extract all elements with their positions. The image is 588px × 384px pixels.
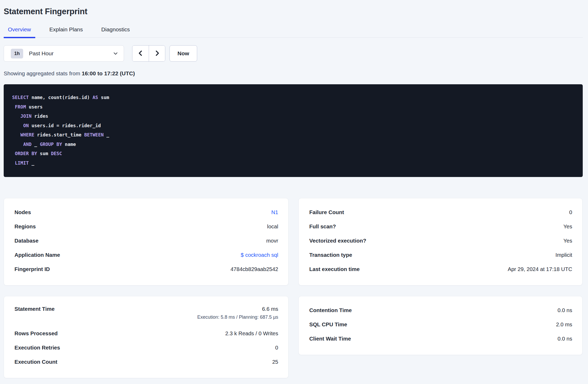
chevron-left-icon xyxy=(137,50,144,57)
next-range-button[interactable] xyxy=(149,46,165,61)
row-label: Execution Retries xyxy=(14,344,60,351)
tab-bar: Overview Explain Plans Diagnostics xyxy=(4,26,583,38)
row-label: Statement Time xyxy=(14,306,54,312)
tab-overview[interactable]: Overview xyxy=(4,26,35,38)
row-value: 6.6 ms xyxy=(197,306,278,312)
row-database: Database movr xyxy=(14,234,278,248)
application-name-link[interactable]: $ cockroach sql xyxy=(241,252,278,258)
row-value: 2.3 k Reads / 0 Writes xyxy=(225,330,278,337)
row-nodes: Nodes N1 xyxy=(14,205,278,219)
tab-explain-plans[interactable]: Explain Plans xyxy=(45,26,87,38)
row-rows-processed: Rows Processed 2.3 k Reads / 0 Writes xyxy=(14,326,278,341)
row-regions: Regions local xyxy=(14,219,278,234)
sql-line: SELECT name, count(rides.id) AS sum xyxy=(12,93,575,102)
row-value: local xyxy=(267,223,278,230)
row-label: Regions xyxy=(14,223,36,230)
row-vectorized-execution: Vectorized execution? Yes xyxy=(309,234,572,248)
row-subvalue: Execution: 5.8 ms / Planning: 687.5 µs xyxy=(197,314,278,320)
sql-line: JOIN rides xyxy=(12,112,575,121)
aggregated-stats-range: 16:00 to 17:22 (UTC) xyxy=(82,70,135,76)
sql-line: AND _ GROUP BY name xyxy=(12,140,575,149)
row-label: Fingerprint ID xyxy=(14,266,50,272)
time-controls: 1h Past Hour Now xyxy=(4,45,583,62)
row-sql-cpu-time: SQL CPU Time 2.0 ms xyxy=(309,317,572,332)
summary-cards: Nodes N1 Regions local Database movr App… xyxy=(4,198,583,378)
statement-times-card: Statement Time 6.6 ms Execution: 5.8 ms … xyxy=(4,296,288,378)
row-value: 25 xyxy=(272,359,278,365)
aggregated-stats-text: Showing aggregated stats from 16:00 to 1… xyxy=(4,70,583,77)
sql-line: WHERE rides.start_time BETWEEN _ xyxy=(12,130,575,140)
sql-line: ON users.id = rides.rider_id xyxy=(12,121,575,131)
row-value: 0.0 ns xyxy=(557,307,572,313)
chevron-down-icon xyxy=(113,51,118,56)
tab-diagnostics[interactable]: Diagnostics xyxy=(97,26,134,38)
sql-statement: SELECT name, count(rides.id) AS sum FROM… xyxy=(12,93,575,168)
now-button[interactable]: Now xyxy=(170,45,197,62)
sql-line: LIMIT _ xyxy=(12,159,575,168)
row-full-scan: Full scan? Yes xyxy=(309,219,572,234)
row-value: 0 xyxy=(275,344,278,351)
time-range-badge: 1h xyxy=(11,49,23,58)
row-client-wait-time: Client Wait Time 0.0 ns xyxy=(309,332,572,346)
row-failure-count: Failure Count 0 xyxy=(309,205,572,219)
time-range-label: Past Hour xyxy=(29,50,53,57)
statement-fingerprint-page: Statement Fingerprint Overview Explain P… xyxy=(0,0,588,378)
nodes-link[interactable]: N1 xyxy=(271,209,278,215)
sql-line: FROM users xyxy=(12,102,575,112)
row-value: Apr 29, 2024 at 17:18 UTC xyxy=(508,266,572,272)
row-value: Yes xyxy=(564,238,572,244)
row-label: Last execution time xyxy=(309,266,360,272)
row-value: Implicit xyxy=(555,252,572,258)
row-transaction-type: Transaction type Implicit xyxy=(309,248,572,262)
row-statement-time: Statement Time 6.6 ms Execution: 5.8 ms … xyxy=(14,303,278,326)
time-range-select[interactable]: 1h Past Hour xyxy=(4,45,124,62)
sql-statement-box: SELECT name, count(rides.id) AS sum FROM… xyxy=(4,84,583,177)
aggregated-stats-prefix: Showing aggregated stats from xyxy=(4,70,82,76)
chevron-right-icon xyxy=(154,50,161,57)
row-last-execution-time: Last execution time Apr 29, 2024 at 17:1… xyxy=(309,262,572,276)
row-label: Nodes xyxy=(14,209,31,215)
row-label: Execution Count xyxy=(14,359,57,365)
row-label: Contention Time xyxy=(309,307,352,313)
row-value: 0 xyxy=(569,209,572,215)
row-value: Yes xyxy=(564,223,572,230)
row-contention-time: Contention Time 0.0 ns xyxy=(309,303,572,317)
row-value: movr xyxy=(266,238,278,244)
row-label: Database xyxy=(14,238,38,244)
sql-line: ORDER BY sum DESC xyxy=(12,149,575,159)
row-label: Vectorized execution? xyxy=(309,238,366,244)
row-label: Application Name xyxy=(14,252,60,258)
row-fingerprint-id: Fingerprint ID 4784cb829aab2542 xyxy=(14,262,278,276)
row-execution-count: Execution Count 25 xyxy=(14,355,278,369)
row-label: Full scan? xyxy=(309,223,336,230)
row-value: 0.0 ns xyxy=(557,336,572,342)
execution-attributes-card: Failure Count 0 Full scan? Yes Vectorize… xyxy=(298,198,582,285)
prev-range-button[interactable] xyxy=(132,46,149,61)
row-label: Rows Processed xyxy=(14,330,58,337)
wait-times-card: Contention Time 0.0 ns SQL CPU Time 2.0 … xyxy=(298,296,582,355)
row-application-name: Application Name $ cockroach sql xyxy=(14,248,278,262)
page-title: Statement Fingerprint xyxy=(4,7,583,16)
row-value: 4784cb829aab2542 xyxy=(231,266,278,272)
row-label: SQL CPU Time xyxy=(309,321,347,328)
row-label: Failure Count xyxy=(309,209,344,215)
row-execution-retries: Execution Retries 0 xyxy=(14,341,278,355)
row-label: Client Wait Time xyxy=(309,336,351,342)
row-label: Transaction type xyxy=(309,252,352,258)
row-value: 2.0 ms xyxy=(556,321,572,328)
overview-card: Nodes N1 Regions local Database movr App… xyxy=(4,198,288,285)
time-nav-group xyxy=(132,45,165,62)
